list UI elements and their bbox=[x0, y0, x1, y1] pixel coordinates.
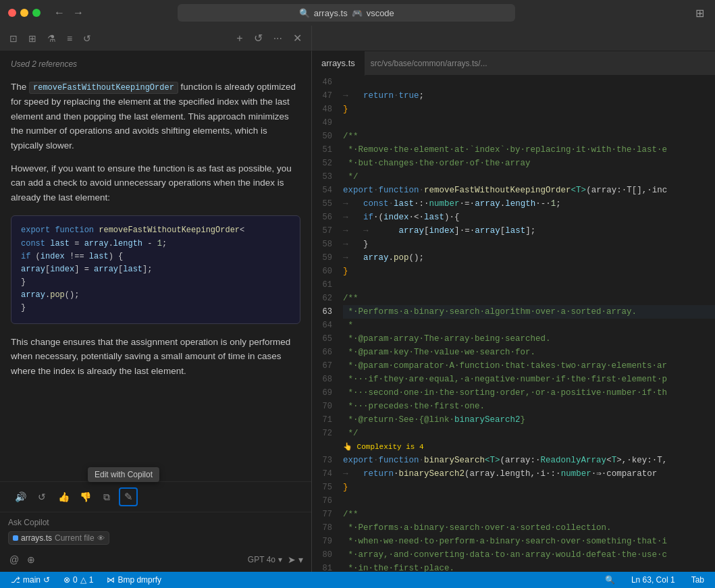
used-references: Used 2 references bbox=[11, 59, 300, 69]
line-number: 81 bbox=[312, 562, 343, 572]
nav-buttons: ← → bbox=[51, 5, 86, 20]
table-row: 67 *·@param·comparator·A·function·that·t… bbox=[312, 359, 715, 373]
line-content: → return·binarySearch2(array.length,·i·:… bbox=[343, 467, 715, 481]
line-number: 61 bbox=[312, 278, 343, 292]
table-row: 46 bbox=[312, 76, 715, 89]
line-content: *·@param·key·The·value·we·search·for. bbox=[343, 346, 715, 359]
tab-flask-icon[interactable]: ⚗ bbox=[43, 30, 60, 47]
table-row: 80 *·array,·and·converting·data·to·an·ar… bbox=[312, 548, 715, 562]
chat-close-button[interactable]: ✕ bbox=[289, 30, 306, 46]
line-content: → → array[index]·=·array[last]; bbox=[343, 224, 715, 238]
nav-forward-button[interactable]: → bbox=[70, 5, 86, 20]
line-number: 56 bbox=[312, 211, 343, 224]
nav-back-button[interactable]: ← bbox=[51, 5, 68, 20]
model-selector[interactable]: GPT 4o ▾ bbox=[248, 555, 282, 564]
chat-more-button[interactable]: ··· bbox=[269, 31, 286, 46]
line-number: 71 bbox=[312, 413, 343, 427]
thumbs-up-button[interactable]: 👍 bbox=[54, 487, 73, 506]
code-editor-panel: arrays.ts src/vs/base/common/arrays.ts/.… bbox=[312, 51, 715, 572]
table-row: 76 bbox=[312, 494, 715, 508]
line-content: *·array,·and·converting·data·to·an·array… bbox=[343, 548, 715, 562]
table-row: 74 → return·binarySearch2(array.length,·… bbox=[312, 467, 715, 481]
close-traffic-light[interactable] bbox=[8, 9, 16, 17]
complexity-badge: 👆 Complexity is 4 bbox=[343, 440, 715, 454]
model-dropdown-icon: ▾ bbox=[278, 555, 282, 564]
statusbar-tab[interactable]: Tab bbox=[689, 575, 707, 585]
line-content: } bbox=[343, 103, 715, 116]
line-content bbox=[343, 116, 715, 130]
copy-button[interactable]: ⧉ bbox=[97, 487, 116, 506]
editor-tab-arrays[interactable]: arrays.ts bbox=[312, 51, 365, 76]
error-count: 1 bbox=[89, 575, 94, 585]
table-row: 63 *·Performs·a·binary·search·algorithm·… bbox=[312, 305, 715, 319]
table-row: 73 export·function·binarySearch<T>(array… bbox=[312, 454, 715, 467]
table-row: 77 /** bbox=[312, 508, 715, 521]
editor-tab-filename: arrays.ts bbox=[321, 58, 355, 68]
line-number: 69 bbox=[312, 386, 343, 400]
statusbar-bmp[interactable]: ⋈ Bmp dmprfy bbox=[104, 572, 164, 588]
merge-icon: ⋈ bbox=[107, 575, 115, 585]
line-number: 78 bbox=[312, 521, 343, 535]
code-line-3: if (index !== last) { bbox=[21, 250, 290, 263]
line-number: 77 bbox=[312, 508, 343, 521]
code-block: export function removeFastWithoutKeeping… bbox=[11, 215, 300, 323]
editor-tabs: arrays.ts src/vs/base/common/arrays.ts/.… bbox=[312, 51, 715, 76]
code-lines: 46 47 → return·true; 48 } 49 bbox=[312, 76, 715, 572]
new-chat-button[interactable]: + bbox=[232, 31, 246, 46]
extensions-button[interactable]: ⊞ bbox=[693, 5, 707, 21]
line-content: */ bbox=[343, 170, 715, 184]
statusbar-search[interactable]: 🔍 bbox=[602, 575, 618, 585]
panel-tabbar: ⊡ ⊞ ⚗ ≡ ↺ + ↺ ··· ✕ bbox=[0, 26, 715, 51]
traffic-lights bbox=[8, 9, 41, 17]
edit-with-copilot-button[interactable]: ✎ bbox=[119, 487, 138, 506]
line-number: 76 bbox=[312, 494, 343, 508]
address-bar[interactable]: 🔍 arrays.ts 🎮 vscode bbox=[178, 4, 515, 22]
tab-list-icon[interactable]: ≡ bbox=[63, 30, 76, 47]
table-row: 78 *·Performs·a·binary·search·over·a·sor… bbox=[312, 521, 715, 535]
minimize-traffic-light[interactable] bbox=[20, 9, 28, 17]
tab-chat-icon[interactable]: ⊡ bbox=[5, 30, 22, 47]
table-row: 69 *···second·one·in·the·sorting·order,·… bbox=[312, 386, 715, 400]
regenerate-button[interactable]: ↺ bbox=[32, 487, 51, 506]
tab-history-icon[interactable]: ↺ bbox=[79, 30, 95, 47]
tab-label: Tab bbox=[691, 575, 704, 585]
statusbar: ⎇ main ↺ ⊗ 0 △ 1 ⋈ Bmp dmprfy 🔍 Ln 63, C… bbox=[0, 572, 715, 588]
at-mention-button[interactable]: @ bbox=[8, 553, 20, 566]
chat-toolbar: 🔊 ↺ 👍 👎 ⧉ ✎ Edit with Copilot bbox=[0, 481, 311, 512]
line-number: 68 bbox=[312, 373, 343, 386]
ask-copilot-bottom: @ ⊕ GPT 4o ▾ ➤ ▾ bbox=[8, 553, 303, 566]
table-row: 66 *·@param·key·The·value·we·search·for. bbox=[312, 346, 715, 359]
tab-grid-icon[interactable]: ⊞ bbox=[24, 30, 41, 47]
statusbar-warnings[interactable]: ⊗ 0 △ 1 bbox=[61, 572, 96, 588]
file-tag[interactable]: arrays.ts Current file 👁 bbox=[8, 531, 109, 545]
volume-button[interactable]: 🔊 bbox=[11, 487, 30, 506]
warning-icon: ⊗ bbox=[63, 575, 70, 585]
line-number: 50 bbox=[312, 130, 343, 143]
ask-copilot-label: Ask Copilot bbox=[8, 518, 303, 527]
send-button[interactable]: ➤ ▾ bbox=[288, 554, 303, 565]
thumbs-down-button[interactable]: 👎 bbox=[76, 487, 95, 506]
complexity-line: 👆 Complexity is 4 bbox=[312, 440, 715, 454]
statusbar-branch[interactable]: ⎇ main ↺ bbox=[8, 572, 53, 588]
send-dropdown: ▾ bbox=[298, 554, 303, 565]
line-content: } bbox=[343, 265, 715, 278]
code-line-2: const last = array.length - 1; bbox=[21, 238, 290, 250]
line-number: 52 bbox=[312, 157, 343, 170]
inline-code-func: removeFastWithoutKeepingOrder bbox=[29, 82, 178, 94]
code-content[interactable]: 46 47 → return·true; 48 } 49 bbox=[312, 76, 715, 572]
line-number: 58 bbox=[312, 238, 343, 251]
line-content: → const·last·:·number·=·array.length·-·1… bbox=[343, 197, 715, 211]
statusbar-cursor[interactable]: Ln 63, Col 1 bbox=[629, 575, 678, 585]
ask-copilot-icons: @ ⊕ bbox=[8, 553, 36, 566]
chat-history-button[interactable]: ↺ bbox=[250, 30, 267, 46]
vscode-icon: 🎮 bbox=[352, 8, 363, 18]
table-row: 50 /** bbox=[312, 130, 715, 143]
attach-button[interactable]: ⊕ bbox=[26, 553, 36, 566]
code-line-5: } bbox=[21, 276, 290, 289]
search-icon: 🔍 bbox=[605, 575, 615, 585]
editor-tabbar-spacer bbox=[312, 26, 715, 51]
line-content: } bbox=[343, 481, 715, 494]
address-text: arrays.ts bbox=[314, 8, 348, 18]
maximize-traffic-light[interactable] bbox=[32, 9, 41, 17]
line-number: 74 bbox=[312, 467, 343, 481]
